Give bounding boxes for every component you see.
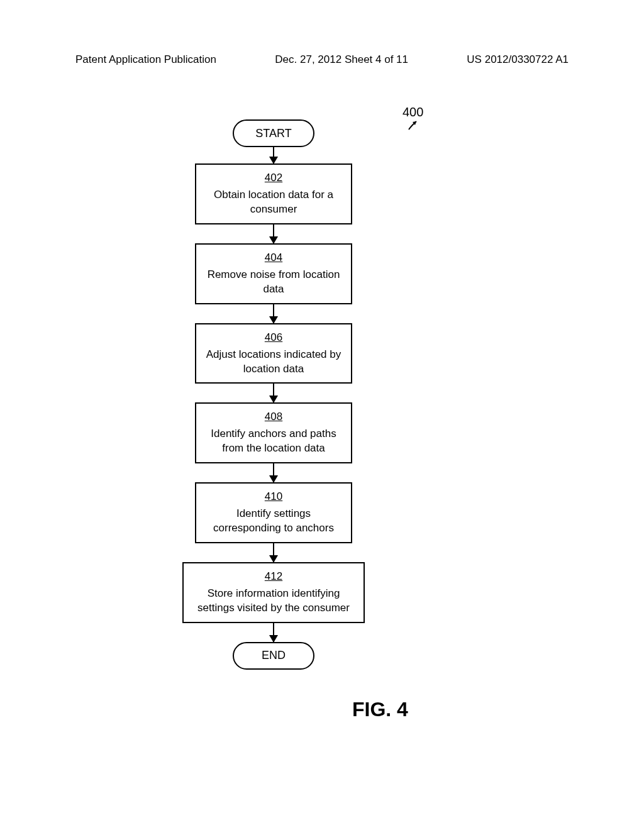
step-text: Adjust locations indicated by location d…	[206, 348, 341, 375]
header-center: Dec. 27, 2012 Sheet 4 of 11	[275, 53, 408, 66]
page-header: Patent Application Publication Dec. 27, …	[0, 53, 644, 66]
step-text: Store information identifying settings v…	[197, 587, 350, 614]
start-label: START	[255, 127, 291, 140]
header-left: Patent Application Publication	[75, 53, 216, 66]
flowchart-end-terminal: END	[233, 642, 314, 670]
flow-arrow-icon	[176, 224, 371, 243]
figure-label: FIG. 4	[352, 698, 408, 721]
flowchart-step-408: 408 Identify anchors and paths from the …	[195, 402, 352, 463]
step-number: 402	[205, 171, 342, 185]
figure-reference-number: 400	[402, 105, 423, 119]
flow-arrow-icon	[176, 543, 371, 562]
flowchart-step-412: 412 Store information identifying settin…	[182, 562, 365, 623]
step-number: 408	[205, 410, 342, 424]
step-number: 412	[192, 570, 355, 584]
flow-arrow-icon	[176, 463, 371, 482]
step-text: Obtain location data for a consumer	[214, 189, 333, 215]
flowchart-step-402: 402 Obtain location data for a consumer	[195, 163, 352, 224]
step-number: 410	[205, 490, 342, 504]
end-label: END	[262, 649, 286, 662]
step-text: Identify settings corresponding to ancho…	[213, 507, 334, 534]
flowchart-step-406: 406 Adjust locations indicated by locati…	[195, 323, 352, 384]
flow-arrow-icon	[176, 304, 371, 323]
header-right: US 2012/0330722 A1	[467, 53, 569, 66]
flowchart-step-404: 404 Remove noise from location data	[195, 243, 352, 304]
flowchart-step-410: 410 Identify settings corresponding to a…	[195, 482, 352, 543]
step-number: 406	[205, 331, 342, 345]
flowchart-container: START 402 Obtain location data for a con…	[176, 119, 371, 670]
flow-arrow-icon	[176, 623, 371, 642]
step-number: 404	[205, 251, 342, 265]
flow-arrow-icon	[176, 384, 371, 402]
step-text: Remove noise from location data	[208, 268, 340, 295]
flowchart-start-terminal: START	[233, 119, 314, 147]
flow-arrow-icon	[176, 147, 371, 163]
step-text: Identify anchors and paths from the loca…	[211, 428, 336, 454]
figure-reference-arrow-icon	[408, 119, 420, 133]
